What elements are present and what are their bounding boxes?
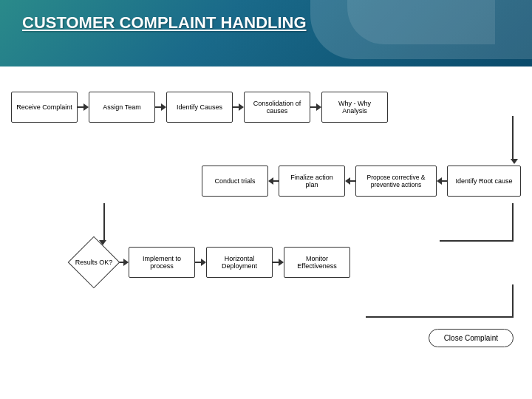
assign-team-box: Assign Team xyxy=(89,92,155,123)
vert-connector-r1-r2 xyxy=(512,116,514,159)
arrow-head-1c xyxy=(239,103,244,111)
horizontal-box: Horizontal Deployment xyxy=(206,247,273,278)
finalize-box: Finalize action plan xyxy=(279,166,345,197)
arrow-line-2c xyxy=(273,180,279,182)
assign-team-label: Assign Team xyxy=(103,103,140,111)
arrow-head-2c xyxy=(268,177,273,185)
consolidation-box: Consolidation of causes xyxy=(244,92,310,123)
arrow-head-3c xyxy=(279,259,284,266)
row3: Results OK? Implement to process Horizon… xyxy=(70,240,521,284)
identify-causes-label: Identify Causes xyxy=(177,103,222,111)
arrow-line-2a xyxy=(442,180,447,182)
arrow-line-1a xyxy=(78,106,83,108)
vert-connector-r2-r3 xyxy=(103,203,105,240)
identify-root-label: Identify Root cause xyxy=(455,177,512,185)
horiz-connector-close xyxy=(366,316,514,318)
conduct-trials-box: Conduct trials xyxy=(202,166,268,197)
monitor-label: Monitor Effectiveness xyxy=(289,255,345,270)
vert-connector-monitor-close xyxy=(512,284,514,318)
horizontal-label: Horizontal Deployment xyxy=(211,255,267,270)
arrow-line-1c xyxy=(233,106,239,108)
content-area: Receive Complaint Assign Team Identify C… xyxy=(0,66,532,399)
wave-decoration-2 xyxy=(347,0,495,44)
arrow-line-3c xyxy=(273,262,279,263)
monitor-box: Monitor Effectiveness xyxy=(284,247,350,278)
whywhy-box: Why - Why Analysis xyxy=(321,92,388,123)
arrow-head-2b xyxy=(345,177,350,185)
propose-box: Propose corrective & preventive actions xyxy=(355,166,437,197)
results-ok-label: Results OK? xyxy=(75,259,113,267)
close-complaint-box: Close Complaint xyxy=(429,329,514,347)
arrow-head-1d xyxy=(316,103,321,111)
implement-box: Implement to process xyxy=(129,247,195,278)
header-background xyxy=(0,0,532,66)
arrow-line-2b xyxy=(350,180,355,182)
identify-causes-box: Identify Causes xyxy=(166,92,233,123)
page-title: CUSTOMER COMPLAINT HANDLING xyxy=(22,13,307,33)
whywhy-label: Why - Why Analysis xyxy=(327,100,383,115)
close-complaint-label: Close Complaint xyxy=(444,334,498,342)
arrow-head-1a xyxy=(83,103,89,111)
implement-label: Implement to process xyxy=(134,255,190,270)
arrow-head-2a xyxy=(437,177,442,185)
propose-label: Propose corrective & preventive actions xyxy=(361,174,432,188)
arrow-head-3b xyxy=(201,259,206,266)
finalize-label: Finalize action plan xyxy=(284,174,340,188)
flowchart: Receive Complaint Assign Team Identify C… xyxy=(11,74,521,377)
arrow-head-1b xyxy=(161,103,166,111)
results-ok-diamond: Results OK? xyxy=(70,239,117,286)
arrow-line-1d xyxy=(310,106,316,108)
identify-root-box: Identify Root cause xyxy=(447,166,521,197)
receive-complaint-box: Receive Complaint xyxy=(11,92,78,123)
row2: Identify Root cause Propose corrective &… xyxy=(11,159,521,203)
conduct-trials-label: Conduct trials xyxy=(214,177,255,185)
row1: Receive Complaint Assign Team Identify C… xyxy=(11,85,521,129)
vert-connector-r2r-r3r xyxy=(512,203,514,240)
arrow-head-3a xyxy=(123,259,129,266)
receive-complaint-label: Receive Complaint xyxy=(16,103,72,111)
arrow-line-3b xyxy=(195,262,201,263)
horiz-connector-r3-connect xyxy=(440,240,514,242)
consolidation-label: Consolidation of causes xyxy=(249,100,305,115)
arrow-line-1b xyxy=(155,106,161,108)
